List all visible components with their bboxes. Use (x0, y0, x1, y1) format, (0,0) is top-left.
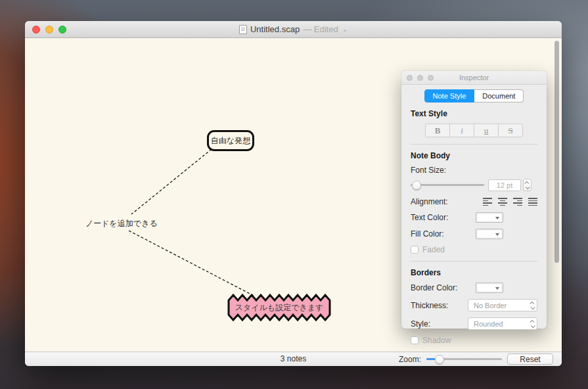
font-size-stepper[interactable] (523, 179, 531, 191)
bold-button[interactable]: B (426, 124, 450, 137)
window-title: Untitled.scap — Edited ⌄ (239, 24, 348, 34)
popup-updown-icon (531, 318, 534, 329)
border-color-well[interactable] (476, 283, 503, 293)
inspector-traffic-lights (407, 75, 434, 81)
faded-label: Faded (422, 245, 445, 254)
inspector-titlebar[interactable]: Inspector (401, 71, 547, 85)
zoom-slider-knob[interactable] (435, 355, 444, 364)
shadow-checkbox[interactable] (411, 336, 418, 344)
font-size-field[interactable]: 12 pt (488, 179, 521, 191)
borders-heading: Borders (411, 268, 537, 277)
inspector-tabs: Note Style Document (401, 89, 547, 103)
faded-checkbox[interactable] (411, 246, 418, 254)
thickness-popup[interactable]: No Border (468, 299, 537, 311)
divider (411, 144, 537, 145)
traffic-lights (32, 21, 66, 37)
text-style-buttons: B i u S (425, 124, 523, 137)
text-color-label: Text Color: (411, 213, 476, 222)
font-size-slider[interactable] (411, 184, 484, 186)
note-plain[interactable]: ノードを追加できる (85, 218, 158, 229)
thickness-value: No Border (474, 302, 507, 309)
fill-color-label: Fill Color: (411, 229, 476, 239)
divider (411, 261, 537, 262)
filename: Untitled.scap (250, 24, 300, 34)
tab-note-style[interactable]: Note Style (424, 89, 475, 103)
inspector-close-button[interactable] (407, 75, 413, 81)
alignment-buttons (483, 198, 537, 206)
note-body-heading: Note Body (411, 151, 537, 160)
italic-button[interactable]: i (450, 124, 474, 137)
style-value: Rounded (474, 320, 503, 328)
thickness-label: Thickness: (411, 301, 468, 310)
border-color-label: Border Color: (411, 283, 476, 292)
strikethrough-button[interactable]: S (499, 124, 522, 137)
reset-button[interactable]: Reset (507, 354, 553, 365)
close-button[interactable] (32, 26, 40, 34)
titlebar[interactable]: Untitled.scap — Edited ⌄ (25, 21, 562, 38)
style-popup[interactable]: Rounded (468, 317, 537, 330)
inspector-zoom-button[interactable] (428, 75, 434, 81)
title-chevron-icon[interactable]: ⌄ (342, 26, 348, 33)
shadow-label: Shadow (422, 336, 451, 345)
fill-color-well[interactable] (476, 229, 503, 239)
statusbar: 3 notes Zoom: Reset (25, 352, 562, 366)
align-center-icon[interactable] (498, 198, 507, 206)
note-rounded[interactable]: 自由な発想 (207, 130, 254, 151)
note-label: 自由な発想 (211, 135, 250, 147)
alignment-label: Alignment: (411, 197, 483, 206)
underline-button[interactable]: u (474, 124, 499, 137)
minimize-button[interactable] (45, 26, 53, 34)
style-label: Style: (411, 319, 468, 329)
inspector-minimize-button[interactable] (417, 75, 423, 81)
stepper-down-icon (526, 185, 530, 189)
font-size-label: Font Size: (411, 166, 537, 175)
align-left-icon[interactable] (483, 198, 492, 206)
inspector-panel: Inspector Note Style Document Text Style… (401, 71, 547, 329)
note-label: スタイルも設定できます (227, 293, 332, 322)
vertical-scrollbar[interactable] (554, 41, 559, 263)
note-jagged[interactable]: スタイルも設定できます (227, 293, 332, 322)
zoom-slider[interactable] (426, 358, 502, 360)
inspector-title: Inspector (459, 74, 489, 81)
note-label: ノードを追加できる (85, 219, 158, 228)
document-proxy-icon[interactable] (239, 25, 247, 34)
font-size-slider-knob[interactable] (412, 181, 421, 190)
align-justify-icon[interactable] (528, 198, 537, 206)
align-right-icon[interactable] (513, 198, 522, 206)
zoom-label: Zoom: (399, 355, 421, 364)
tab-document[interactable]: Document (474, 89, 524, 103)
text-color-well[interactable] (476, 212, 503, 223)
popup-updown-icon (531, 300, 534, 311)
edited-status: — Edited (303, 24, 338, 34)
text-style-heading: Text Style (411, 109, 537, 118)
zoom-button[interactable] (58, 26, 66, 34)
